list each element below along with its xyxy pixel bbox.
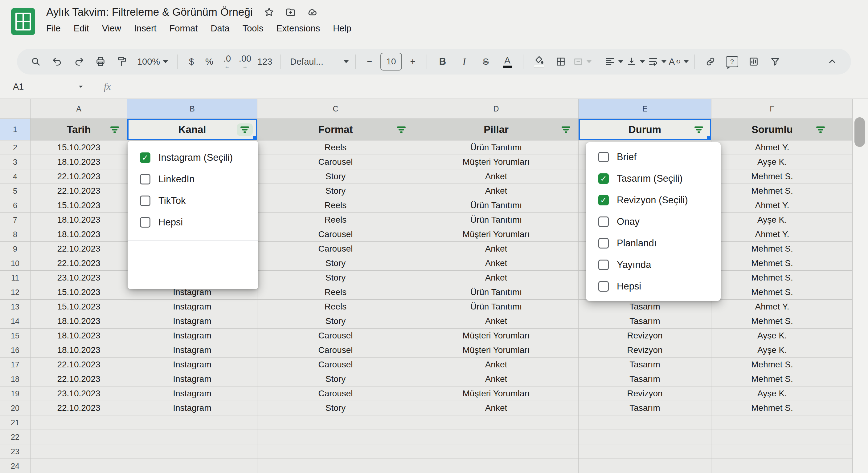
- cell-G11[interactable]: [833, 271, 852, 285]
- cell-F18[interactable]: Mehmet S.: [711, 372, 833, 386]
- cell-D21[interactable]: [414, 415, 579, 430]
- checkbox-unchecked-icon[interactable]: [598, 238, 609, 248]
- cell-C1[interactable]: Format: [257, 119, 414, 140]
- filter-option-tiktok[interactable]: TikTok: [140, 191, 258, 211]
- row-header-8[interactable]: 8: [0, 227, 31, 242]
- filter-option-label[interactable]: Onay: [617, 216, 640, 227]
- vertical-align-button[interactable]: [625, 52, 646, 71]
- vertical-scrollbar-track[interactable]: [852, 99, 868, 473]
- cell-D24[interactable]: [414, 459, 579, 473]
- document-title[interactable]: Aylık Takvim: Filtreleme & Görünüm Örneğ…: [46, 6, 253, 18]
- cell-C13[interactable]: Reels: [257, 300, 414, 314]
- checkbox-unchecked-icon[interactable]: [140, 174, 150, 184]
- cell-G13[interactable]: [833, 300, 852, 314]
- checkbox-unchecked-icon[interactable]: [140, 217, 150, 228]
- cell-C23[interactable]: [257, 444, 414, 459]
- cell-C21[interactable]: [257, 415, 414, 430]
- cell-F4[interactable]: Mehmet S.: [711, 169, 833, 184]
- cell-D15[interactable]: Müşteri Yorumları: [414, 329, 579, 343]
- zoom-select[interactable]: 100%: [133, 52, 172, 71]
- cell-F15[interactable]: Ayşe K.: [711, 329, 833, 343]
- search-icon[interactable]: [25, 52, 46, 71]
- checkbox-checked-icon[interactable]: ✓: [598, 173, 609, 184]
- cell-F3[interactable]: Ayşe K.: [711, 155, 833, 169]
- cell-D14[interactable]: Anket: [414, 314, 579, 329]
- move-to-folder-icon[interactable]: [285, 7, 296, 17]
- format-currency-button[interactable]: $: [183, 52, 200, 71]
- fill-handle[interactable]: [707, 136, 711, 140]
- column-header-D[interactable]: D: [414, 99, 579, 119]
- paint-format-icon[interactable]: [111, 52, 133, 71]
- redo-icon[interactable]: [68, 52, 90, 71]
- menu-extensions[interactable]: Extensions: [276, 24, 320, 34]
- insert-chart-icon[interactable]: [743, 52, 765, 71]
- cell-A24[interactable]: [31, 459, 127, 473]
- row-header-19[interactable]: 19: [0, 386, 31, 401]
- cell-A6[interactable]: 15.10.2023: [31, 198, 127, 213]
- cell-B19[interactable]: Instagram: [127, 386, 257, 401]
- cell-D5[interactable]: Anket: [414, 184, 579, 198]
- cell-C2[interactable]: Reels: [257, 140, 414, 155]
- row-header-16[interactable]: 16: [0, 343, 31, 358]
- cell-A3[interactable]: 18.10.2023: [31, 155, 127, 169]
- cell-C17[interactable]: Carousel: [257, 358, 414, 372]
- cell-D4[interactable]: Anket: [414, 169, 579, 184]
- row-header-17[interactable]: 17: [0, 358, 31, 372]
- borders-button[interactable]: [550, 52, 571, 71]
- insert-comment-icon[interactable]: ?: [721, 52, 743, 71]
- fill-color-button[interactable]: [528, 52, 550, 71]
- cell-A12[interactable]: 15.10.2023: [31, 285, 127, 300]
- column-header-A[interactable]: A: [31, 99, 127, 119]
- row-header-1[interactable]: 1: [0, 119, 31, 140]
- checkbox-checked-icon[interactable]: ✓: [140, 153, 150, 163]
- cell-D1[interactable]: Pillar: [414, 119, 579, 140]
- column-header-C[interactable]: C: [257, 99, 414, 119]
- cell-C3[interactable]: Carousel: [257, 155, 414, 169]
- cell-F23[interactable]: [711, 444, 833, 459]
- cell-B17[interactable]: Instagram: [127, 358, 257, 372]
- italic-button[interactable]: I: [454, 52, 475, 71]
- cell-C11[interactable]: Story: [257, 271, 414, 285]
- cell-G23[interactable]: [833, 444, 852, 459]
- cell-D17[interactable]: Anket: [414, 358, 579, 372]
- cell-F2[interactable]: Ahmet Y.: [711, 140, 833, 155]
- cell-B21[interactable]: [127, 415, 257, 430]
- cell-C8[interactable]: Carousel: [257, 227, 414, 242]
- cell-C15[interactable]: Carousel: [257, 329, 414, 343]
- more-formats-button[interactable]: 123: [254, 52, 276, 71]
- filter-option-planlandı[interactable]: Planlandı: [598, 233, 721, 253]
- filter-option-label[interactable]: Brief: [617, 151, 637, 163]
- cell-A17[interactable]: 22.10.2023: [31, 358, 127, 372]
- merge-cells-button[interactable]: [571, 52, 593, 71]
- cell-F6[interactable]: Ahmet Y.: [711, 198, 833, 213]
- filter-button-pillar[interactable]: [558, 123, 574, 136]
- cell-F16[interactable]: Ayşe K.: [711, 343, 833, 358]
- cell-D19[interactable]: Müşteri Yorumları: [414, 386, 579, 401]
- cell-D22[interactable]: [414, 430, 579, 444]
- cell-G22[interactable]: [833, 430, 852, 444]
- checkbox-unchecked-icon[interactable]: [598, 281, 609, 292]
- cell-G18[interactable]: [833, 372, 852, 386]
- sheets-logo[interactable]: [11, 8, 35, 35]
- fx-icon[interactable]: fx: [104, 81, 111, 92]
- row-header-2[interactable]: 2: [0, 140, 31, 155]
- menu-file[interactable]: File: [46, 24, 61, 34]
- row-header-23[interactable]: 23: [0, 444, 31, 459]
- filter-option-label[interactable]: Planlandı: [617, 238, 656, 249]
- cell-F10[interactable]: Mehmet S.: [711, 256, 833, 271]
- bold-button[interactable]: B: [432, 52, 454, 71]
- cell-E14[interactable]: Tasarım: [579, 314, 711, 329]
- increase-font-size-button[interactable]: +: [404, 52, 422, 71]
- cell-C10[interactable]: Story: [257, 256, 414, 271]
- cell-D23[interactable]: [414, 444, 579, 459]
- row-header-7[interactable]: 7: [0, 213, 31, 227]
- filter-option-label[interactable]: Revizyon (Seçili): [617, 195, 688, 206]
- cell-G8[interactable]: [833, 227, 852, 242]
- filter-option-label[interactable]: Instagram (Seçili): [158, 152, 233, 163]
- cell-D3[interactable]: Müşteri Yorumları: [414, 155, 579, 169]
- cell-G24[interactable]: [833, 459, 852, 473]
- cell-G5[interactable]: [833, 184, 852, 198]
- filter-option-revizyon-seçili[interactable]: ✓Revizyon (Seçili): [598, 190, 721, 210]
- cell-A16[interactable]: 18.10.2023: [31, 343, 127, 358]
- cell-F8[interactable]: Ahmet Y.: [711, 227, 833, 242]
